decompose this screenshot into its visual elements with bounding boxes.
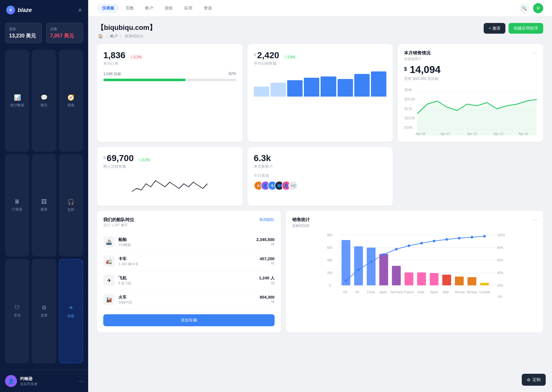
svg-rect-38 [430, 273, 438, 285]
svg-rect-37 [417, 272, 426, 285]
sidebar-item-settings-label: 设置 [41, 313, 48, 318]
fleet-value-plane: 1,240 人 吨 [259, 275, 275, 286]
fleet-title-section: 我们的船队吨位 总计 1,247 辆车 [103, 217, 134, 227]
tab-pages[interactable]: 页数 [121, 3, 139, 13]
sales-stats-subtitle: 最畅销国家 [292, 223, 310, 228]
bar-1 [254, 87, 269, 97]
customize-button[interactable]: ⚙ 定制 [522, 374, 546, 386]
ship-icon: 🚢 [103, 236, 115, 248]
tab-dashboard[interactable]: 仪表板 [97, 3, 119, 13]
stats-grid: 1,836 ↓ 2.2% 本月订单 1,048 目标 62% [97, 44, 543, 206]
fleet-info-ship: 船舶 234艘船 [118, 237, 256, 247]
nav-avatar[interactable]: U [533, 3, 543, 13]
sidebar-item-chat-label: 聊天 [41, 103, 48, 108]
sidebar: B blaze ⚙ 预算 13,230 美元 花费 7,057 美元 📊 统计数… [0, 0, 88, 392]
fleet-name-train: 火车 [118, 294, 260, 300]
fleet-item-truck: 🚛 卡车 1,460 辆卡车 457,200 吨 [103, 252, 275, 271]
fleet-header: 我们的船队吨位 总计 1,247 辆车 检阅舰队 [103, 217, 275, 227]
tab-accounts[interactable]: 帐户 [140, 3, 158, 13]
svg-text:Spain: Spain [430, 290, 438, 294]
sidebar-item-chat[interactable]: 💬 聊天 [32, 50, 56, 152]
sidebar-footer: 👤 约翰逊 反应开发者 ⋯ [0, 370, 88, 392]
sidebar-item-addnew-label: 添新 [67, 314, 74, 318]
svg-point-47 [395, 248, 397, 250]
page-actions: + 邀请 创建应用程序 [484, 23, 543, 34]
monthly-sales-more[interactable]: ··· [533, 50, 537, 56]
top-nav: 仪表板 页数 帐户 授权 应用 资源 🔍 U [88, 0, 552, 17]
svg-rect-42 [480, 283, 489, 285]
total-up-arrow: ↑ [139, 158, 141, 162]
sidebar-item-security[interactable]: 🛡 安全 [5, 259, 29, 363]
bar-5 [321, 76, 336, 97]
sidebar-item-addnew[interactable]: + 添新 [59, 259, 83, 363]
tab-apps[interactable]: 应用 [179, 3, 197, 13]
invite-button[interactable]: + 邀请 [484, 23, 505, 34]
svg-text:US: US [343, 290, 347, 294]
fleet-link[interactable]: 检阅舰队 [259, 217, 275, 222]
tab-auth[interactable]: 授权 [160, 3, 178, 13]
hero-avatar-more: +42 [288, 181, 298, 190]
svg-text:Russia: Russia [455, 290, 464, 294]
budget-card: 预算 13,230 美元 [5, 23, 42, 43]
sales-stats-more[interactable]: ··· [533, 217, 537, 223]
sidebar-item-settings[interactable]: ⚙ 设置 [32, 259, 56, 363]
sidebar-item-calc[interactable]: 🖩 计算器 [5, 154, 29, 256]
sidebar-item-security-label: 安全 [14, 313, 21, 318]
fleet-name-plane: 飞机 [118, 275, 259, 281]
search-icon[interactable]: 🔍 [519, 3, 529, 13]
avg-sales-header: $ 2,420 ↑ 2.6% [254, 50, 387, 60]
bottom-grid: 我们的船队吨位 总计 1,247 辆车 检阅舰队 🚢 船舶 234艘船 2,34… [97, 211, 543, 333]
svg-text:400: 400 [327, 259, 332, 262]
svg-text:$17k: $17k [405, 107, 412, 110]
svg-text:80%: 80% [497, 246, 503, 249]
total-sales-badge: ↑ 2.2% [137, 157, 152, 162]
svg-rect-35 [392, 266, 401, 285]
bar-3 [287, 80, 303, 97]
user-more-icon[interactable]: ⋯ [79, 379, 83, 384]
sidebar-logo: B blaze [6, 6, 32, 14]
sidebar-item-media[interactable]: 🖼 媒体 [32, 154, 56, 256]
svg-text:$20.5K: $20.5K [405, 98, 415, 101]
sidebar-item-guide[interactable]: 🧭 指南 [59, 50, 83, 152]
tab-resources[interactable]: 资源 [199, 3, 217, 13]
heroes-section: 今日英雄 A 👤 S 🔵 👤 +42 [254, 173, 387, 190]
svg-text:Germany: Germany [390, 290, 403, 294]
fleet-value-train: 804,300 吨 [260, 295, 275, 304]
monthly-sales-card: 本月销售情况 全渠道用户 ··· $ 14,094 另有 $48,346 至目标 [398, 44, 543, 142]
sales-stats-title-section: 销售统计 最畅销国家 [292, 217, 310, 228]
svg-rect-32 [354, 246, 363, 285]
logo-icon: B [6, 6, 15, 14]
breadcrumb-accounts[interactable]: 帐户 [110, 34, 118, 38]
user-name: 约翰逊 [20, 376, 37, 382]
sales-chart-wrapper: 800 600 400 200 0 100% 80% 60% 40% 20% 0… [292, 232, 537, 302]
up-arrow: ↑ [285, 55, 287, 59]
fleet-count-ship: 234艘船 [118, 243, 256, 247]
svg-text:$13.5K: $13.5K [405, 116, 415, 120]
fleet-name-truck: 卡车 [118, 256, 260, 262]
sidebar-item-media-label: 媒体 [41, 207, 48, 212]
create-app-button[interactable]: 创建应用程序 [509, 23, 543, 34]
bar-8 [371, 71, 386, 97]
svg-rect-31 [341, 240, 350, 285]
stats-icon: 📊 [14, 94, 21, 101]
settings-icon[interactable]: ⚙ [78, 8, 82, 13]
calc-icon: 🖩 [14, 199, 20, 205]
svg-text:800: 800 [327, 233, 332, 237]
orders-value: 1,836 [103, 50, 125, 60]
avatar-stack: A 👤 S 🔵 👤 +42 [254, 181, 387, 190]
fleet-count-train: 36路列车 [118, 300, 260, 305]
sidebar-item-support-label: 支持 [67, 207, 74, 212]
fleet-count-plane: 8 架飞机 [118, 281, 259, 286]
sales-stats-header: 销售统计 最畅销国家 ··· [292, 217, 537, 228]
sidebar-item-stats[interactable]: 📊 统计数据 [5, 50, 29, 152]
fleet-count-truck: 1,460 辆卡车 [118, 262, 260, 266]
total-sales-value: 69,700 [107, 153, 134, 163]
svg-rect-40 [455, 277, 464, 285]
sidebar-item-support[interactable]: 🎧 支持 [59, 154, 83, 256]
sales-bar-chart-svg: 800 600 400 200 0 100% 80% 60% 40% 20% 0… [292, 232, 537, 301]
fleet-item-train: 🚂 火车 36路列车 804,300 吨 [103, 290, 275, 309]
breadcrumb-current: 奥弗维耶夫 [125, 34, 144, 38]
addnew-icon: + [69, 304, 73, 312]
add-vehicle-button[interactable]: 添加车辆 [103, 314, 275, 326]
avg-sales-value: 2,420 [257, 50, 279, 60]
